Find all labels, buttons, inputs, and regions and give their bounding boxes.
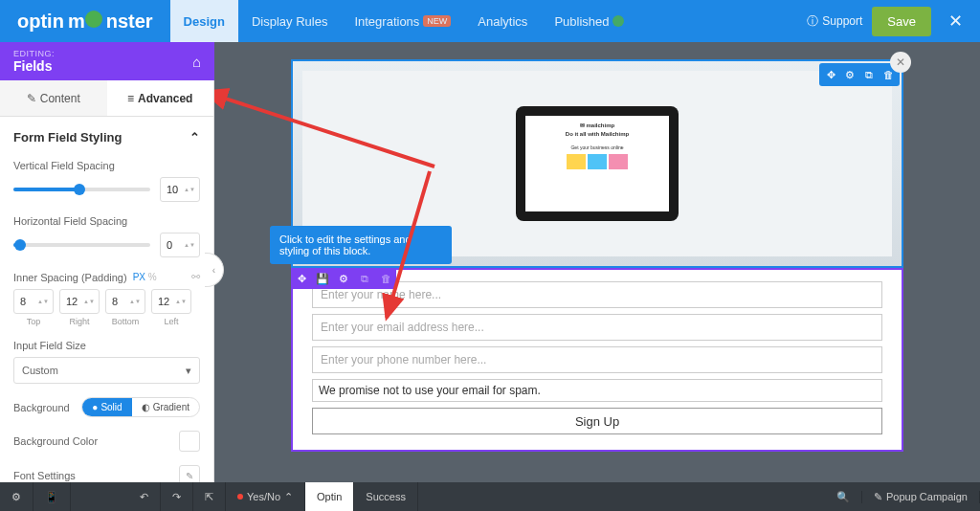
step-optin[interactable]: Optin — [305, 482, 354, 511]
vertical-spacing-label: Vertical Field Spacing — [13, 160, 200, 171]
bg-gradient[interactable]: ◐Gradient — [132, 398, 199, 416]
close-preview-icon[interactable]: ✕ — [890, 52, 911, 73]
chevron-up-icon: ⌃ — [189, 130, 200, 144]
canvas: ✕ ✥ ⚙ ⧉ 🗑 ✉ mailchimp Do it all with Mai… — [214, 42, 980, 482]
save-button[interactable]: Save — [872, 7, 931, 36]
step-yesno[interactable]: Yes/No ⌃ — [226, 482, 305, 511]
tab-advanced[interactable]: ≡Advanced — [107, 80, 214, 116]
section-form-field-styling[interactable]: Form Field Styling⌃ — [13, 130, 200, 144]
support-link[interactable]: ⓘSupport — [807, 13, 862, 30]
search-icon[interactable]: 🔍 — [825, 491, 862, 503]
sidebar: EDITING: Fields ⌂ ✎Content ≡Advanced For… — [0, 42, 214, 482]
save-icon[interactable]: 💾 — [312, 268, 333, 289]
move-icon[interactable]: ✥ — [822, 66, 839, 83]
font-label: Font Settings — [13, 470, 76, 481]
bgcolor-label: Background Color — [13, 435, 98, 447]
copy-icon[interactable]: ⧉ — [354, 268, 375, 289]
copy-icon[interactable]: ⧉ — [860, 66, 878, 83]
bg-solid[interactable]: ●Solid — [82, 398, 131, 416]
settings-icon[interactable]: ⚙ — [0, 482, 33, 511]
move-icon[interactable]: ✥ — [291, 268, 312, 289]
privacy-text: We promise not to use your email for spa… — [312, 379, 882, 402]
padding-left-input[interactable]: 12▲▼ — [151, 289, 191, 314]
sliders-icon: ≡ — [127, 92, 134, 105]
tablet-mock: ✉ mailchimp Do it all with Mailchimp Get… — [516, 106, 679, 221]
input-size-select[interactable]: Custom▾ — [13, 357, 200, 384]
nav-display-rules[interactable]: Display Rules — [238, 0, 341, 42]
name-input[interactable]: Enter your name here... — [312, 281, 882, 308]
editing-header: EDITING: Fields ⌂ — [0, 42, 214, 80]
trash-icon[interactable]: 🗑 — [375, 268, 396, 289]
form-block-toolbar: ✥ 💾 ⚙ ⧉ 🗑 — [291, 268, 396, 289]
phone-input[interactable]: Enter your phone number here... — [312, 346, 882, 373]
redo-icon[interactable]: ↷ — [161, 482, 193, 511]
export-icon[interactable]: ⇱ — [193, 482, 226, 511]
padding-top-input[interactable]: 8▲▼ — [13, 289, 54, 314]
chevron-up-icon: ⌃ — [284, 491, 293, 503]
nav-published[interactable]: Published — [541, 0, 637, 42]
monster-icon: m — [68, 11, 102, 33]
pencil-icon: ✎ — [874, 491, 882, 503]
padding-label: Inner Spacing (Padding) PX % ⚯ — [13, 271, 200, 283]
background-toggle[interactable]: ●Solid ◐Gradient — [81, 397, 200, 417]
vertical-spacing-input[interactable]: 10▲▼ — [160, 177, 200, 202]
input-size-label: Input Field Size — [13, 340, 200, 351]
logo: optinmnster — [0, 11, 170, 33]
preview-popup: ✕ ✥ ⚙ ⧉ 🗑 ✉ mailchimp Do it all with Mai… — [291, 59, 903, 452]
pencil-icon: ✎ — [27, 92, 36, 105]
tab-content[interactable]: ✎Content — [0, 80, 107, 116]
bgcolor-swatch[interactable] — [179, 431, 200, 452]
gear-icon[interactable]: ⚙ — [333, 268, 354, 289]
horizontal-spacing-slider[interactable] — [13, 243, 150, 247]
horizontal-spacing-label: Horizontal Field Spacing — [13, 215, 200, 227]
horizontal-spacing-input[interactable]: 0▲▼ — [160, 233, 200, 257]
form-block[interactable]: Click to edit the settings and styling o… — [291, 268, 903, 452]
padding-right-input[interactable]: 12▲▼ — [59, 289, 100, 314]
close-icon[interactable]: ✕ — [941, 11, 970, 32]
mobile-icon[interactable]: 📱 — [33, 482, 71, 511]
chevron-down-icon: ▾ — [186, 365, 191, 377]
nav-design[interactable]: Design — [170, 0, 238, 42]
home-icon[interactable]: ⌂ — [192, 54, 201, 70]
nav-analytics[interactable]: Analytics — [464, 0, 541, 42]
padding-bottom-input[interactable]: 8▲▼ — [105, 289, 145, 314]
gear-icon[interactable]: ⚙ — [841, 66, 858, 83]
step-success[interactable]: Success — [354, 482, 418, 511]
undo-icon[interactable]: ↶ — [128, 482, 161, 511]
signup-button[interactable]: Sign Up — [312, 408, 882, 434]
vertical-spacing-slider[interactable] — [13, 188, 150, 191]
help-icon: ⓘ — [807, 13, 818, 30]
link-icon[interactable]: ⚯ — [191, 271, 200, 283]
check-icon — [612, 15, 624, 27]
email-input[interactable]: Enter your email address here... — [312, 314, 882, 341]
new-badge: NEW — [423, 15, 451, 27]
bottombar: ⚙ 📱 ↶ ↷ ⇱ Yes/No ⌃ Optin Success 🔍 ✎Popu… — [0, 482, 980, 511]
nav-integrations[interactable]: IntegrationsNEW — [341, 0, 464, 42]
image-block-toolbar: ✥ ⚙ ⧉ 🗑 — [819, 63, 900, 86]
block-tooltip: Click to edit the settings and styling o… — [270, 226, 452, 264]
background-label: Background — [13, 402, 70, 413]
campaign-type[interactable]: ✎Popup Campaign — [862, 491, 980, 503]
